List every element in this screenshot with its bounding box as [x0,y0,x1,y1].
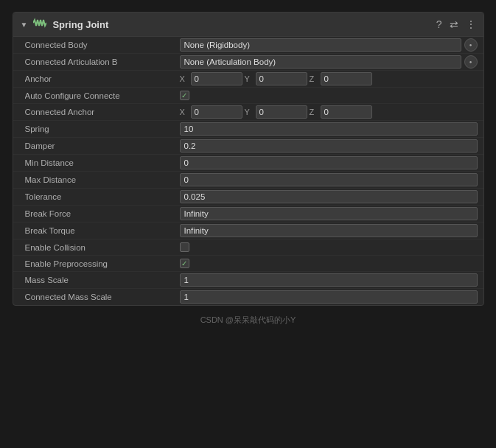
table-row: Damper [13,138,483,155]
checkbox[interactable] [180,91,189,100]
table-row: Spring [13,121,483,138]
property-label: Spring [25,125,180,133]
z-label: Z [310,108,318,116]
text-input[interactable] [180,207,478,220]
property-value: XYZ [180,105,478,119]
xyz-group: XYZ [180,72,478,85]
property-label: Connected Body [25,41,180,49]
property-label: Enable Collision [25,243,180,252]
z-input[interactable] [321,72,372,85]
x-input[interactable] [191,72,242,85]
z-input[interactable] [321,105,372,119]
property-value [180,259,478,268]
y-label: Y [245,74,254,83]
property-label: Min Distance [25,158,180,167]
table-row: Auto Configure Connecte [13,88,483,104]
xyz-group: XYZ [180,105,478,119]
property-label: Connected Articulation B [25,57,180,66]
property-value [180,224,478,237]
property-value [180,156,478,169]
footer-credit: CSDN @呆呆敲代码的小Y [200,315,296,332]
text-input[interactable] [180,139,478,153]
table-row: Connected AnchorXYZ [13,104,483,121]
x-input[interactable] [191,105,242,119]
select-circle-button[interactable]: ● [464,55,478,69]
property-value [180,242,478,252]
collapse-arrow[interactable]: ▼ [21,21,28,29]
component-icon [33,17,46,32]
settings-icon[interactable]: ⇄ [450,18,458,30]
help-icon[interactable]: ? [436,18,442,30]
panel-title: Spring Joint [52,19,430,30]
table-row: Break Force [13,206,483,223]
checkbox[interactable] [180,259,189,268]
text-input[interactable] [180,156,478,169]
property-value [180,91,478,100]
property-label: Max Distance [25,175,180,184]
table-row: Break Torque [13,223,483,239]
property-value [180,139,478,153]
table-row: Connected Mass Scale [13,289,483,305]
panel-header: ▼ Spring Joint ? ⇄ ⋮ [13,13,483,37]
table-row: Connected Body● [13,37,483,54]
property-value: ● [180,38,478,52]
text-input[interactable] [180,290,478,304]
checkbox[interactable] [180,242,189,252]
table-row: Min Distance [13,155,483,172]
property-value [180,207,478,220]
property-value [180,273,478,287]
table-row: Connected Articulation B● [13,54,483,71]
table-row: Enable Preprocessing [13,256,483,272]
property-label: Anchor [25,74,180,83]
select-field[interactable] [180,38,461,52]
table-row: Tolerance [13,189,483,206]
property-value [180,190,478,203]
y-label: Y [245,108,254,116]
property-value: ● [180,55,478,69]
z-label: Z [310,74,318,83]
property-label: Break Torque [25,226,180,235]
property-label: Break Force [25,209,180,218]
text-input[interactable] [180,190,478,203]
property-value: XYZ [180,72,478,85]
property-label: Connected Mass Scale [25,293,180,301]
property-rows: Connected Body●Connected Articulation B●… [13,37,483,305]
property-label: Enable Preprocessing [25,259,180,268]
table-row: AnchorXYZ [13,71,483,88]
spring-joint-panel: ▼ Spring Joint ? ⇄ ⋮ Connected Body●Conn… [13,12,484,306]
table-row: Mass Scale [13,272,483,289]
text-input[interactable] [180,173,478,186]
property-value [180,173,478,186]
header-actions: ? ⇄ ⋮ [436,18,476,30]
property-label: Mass Scale [25,276,180,284]
table-row: Enable Collision [13,239,483,256]
property-value [180,122,478,136]
select-circle-button[interactable]: ● [464,38,478,52]
y-input[interactable] [256,72,307,85]
property-value [180,290,478,304]
property-label: Tolerance [25,192,180,201]
property-label: Damper [25,141,180,150]
property-label: Connected Anchor [25,108,180,116]
y-input[interactable] [256,105,307,119]
select-field[interactable] [180,55,461,69]
menu-icon[interactable]: ⋮ [466,18,476,30]
property-label: Auto Configure Connecte [25,91,180,100]
text-input[interactable] [180,224,478,237]
x-label: X [180,108,189,116]
text-input[interactable] [180,273,478,287]
text-input[interactable] [180,122,478,136]
table-row: Max Distance [13,172,483,189]
x-label: X [180,74,189,83]
